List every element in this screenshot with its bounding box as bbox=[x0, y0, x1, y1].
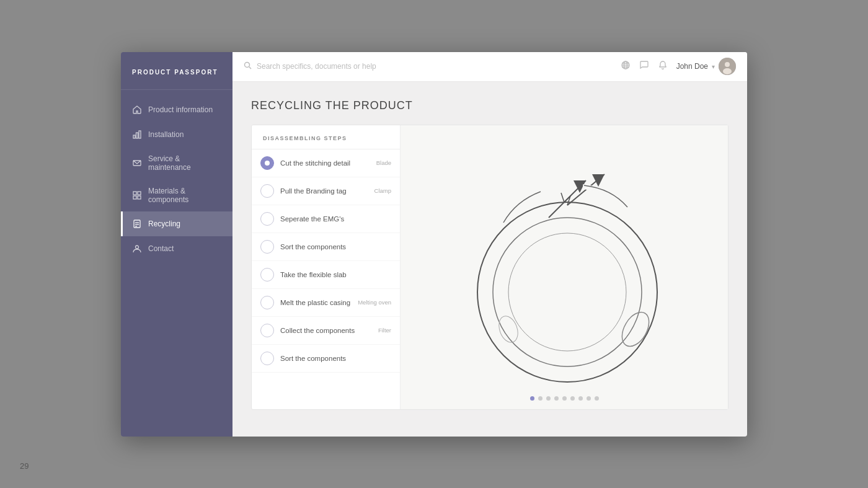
svg-rect-4 bbox=[133, 192, 136, 195]
image-panel bbox=[401, 125, 728, 409]
envelope-icon bbox=[132, 158, 142, 168]
svg-rect-7 bbox=[138, 196, 141, 199]
step-circle-6 bbox=[260, 296, 274, 309]
sidebar-item-service-maintenance[interactable]: Service & maintenance bbox=[121, 147, 232, 179]
sidebar-item-label: Service & maintenance bbox=[148, 154, 221, 172]
search-placeholder[interactable]: Search specifics, documents or help bbox=[257, 62, 376, 71]
user-menu[interactable]: John Doe ▾ bbox=[676, 58, 736, 75]
person-icon bbox=[132, 244, 142, 254]
product-illustration bbox=[453, 149, 676, 385]
step-item-2[interactable]: Pull the Branding tag Clamp bbox=[252, 177, 400, 205]
pagination-dot-4[interactable] bbox=[554, 396, 559, 401]
svg-rect-5 bbox=[138, 192, 141, 195]
svg-rect-0 bbox=[133, 135, 135, 138]
step-item-1[interactable]: Cut the stitching detail Blade bbox=[252, 149, 400, 177]
step-label-7: Collect the components bbox=[280, 327, 372, 334]
chevron-down-icon: ▾ bbox=[712, 63, 715, 70]
pagination-dot-5[interactable] bbox=[562, 396, 567, 401]
svg-point-21 bbox=[725, 62, 730, 67]
steps-heading: DISASSEMBLING STEPS bbox=[252, 125, 400, 149]
sidebar-item-label: Materials & components bbox=[148, 187, 221, 204]
step-tool-6: Melting oven bbox=[358, 299, 391, 306]
home-icon bbox=[132, 105, 142, 115]
search-icon bbox=[244, 61, 252, 71]
svg-point-25 bbox=[508, 233, 626, 351]
svg-point-22 bbox=[723, 68, 732, 74]
step-tool-7: Filter bbox=[378, 327, 391, 334]
search-bar: Search specifics, documents or help bbox=[244, 61, 621, 71]
step-label-3: Seperate the EMG's bbox=[280, 215, 385, 223]
doc-icon bbox=[132, 219, 142, 229]
svg-rect-2 bbox=[139, 131, 141, 138]
step-label-2: Pull the Branding tag bbox=[280, 187, 368, 195]
step-circle-1 bbox=[260, 156, 274, 170]
svg-point-13 bbox=[245, 63, 250, 68]
step-circle-8 bbox=[260, 352, 274, 365]
sidebar-item-label: Contact bbox=[148, 244, 174, 253]
page-number: 29 bbox=[20, 461, 29, 471]
step-circle-3 bbox=[260, 212, 274, 226]
chat-icon[interactable] bbox=[639, 60, 649, 73]
svg-point-23 bbox=[477, 202, 657, 382]
step-circle-4 bbox=[260, 240, 274, 254]
step-item-8[interactable]: Sort the components bbox=[252, 345, 400, 373]
pagination-dot-7[interactable] bbox=[578, 396, 583, 401]
step-circle-2 bbox=[260, 184, 274, 198]
svg-rect-1 bbox=[136, 133, 138, 138]
globe-icon[interactable] bbox=[621, 60, 631, 73]
sidebar-item-label: Recycling bbox=[148, 220, 180, 228]
sidebar-item-label: Installation bbox=[148, 130, 184, 139]
sidebar-item-materials-components[interactable]: Materials & components bbox=[121, 179, 232, 211]
pagination-dot-2[interactable] bbox=[538, 396, 542, 401]
svg-point-12 bbox=[136, 246, 139, 249]
step-tool-1: Blade bbox=[376, 159, 391, 166]
pagination-dot-8[interactable] bbox=[587, 396, 591, 401]
step-tool-2: Clamp bbox=[374, 187, 391, 194]
sidebar-item-label: Product information bbox=[148, 105, 213, 114]
user-name: John Doe bbox=[676, 62, 708, 71]
main-content: Search specifics, documents or help bbox=[232, 52, 747, 437]
sidebar-item-installation[interactable]: Installation bbox=[121, 122, 232, 147]
sidebar-item-product-information[interactable]: Product information bbox=[121, 97, 232, 122]
sidebar-item-recycling[interactable]: Recycling bbox=[121, 211, 232, 236]
svg-point-24 bbox=[493, 218, 642, 366]
header: Search specifics, documents or help bbox=[232, 52, 747, 82]
svg-rect-6 bbox=[133, 196, 136, 199]
sidebar-item-contact[interactable]: Contact bbox=[121, 236, 232, 261]
pagination-dot-3[interactable] bbox=[546, 396, 551, 401]
step-item-7[interactable]: Collect the components Filter bbox=[252, 317, 400, 345]
pagination-dot-9[interactable] bbox=[595, 396, 599, 401]
avatar bbox=[719, 58, 736, 75]
pagination-dot-1[interactable] bbox=[530, 396, 534, 401]
step-item-6[interactable]: Melt the plastic casing Melting oven bbox=[252, 289, 400, 317]
step-circle-7 bbox=[260, 324, 274, 337]
header-actions: John Doe ▾ bbox=[621, 58, 736, 75]
svg-line-14 bbox=[249, 67, 251, 69]
app-window: PRODUCT PASSPORT Product information bbox=[121, 52, 747, 437]
sidebar-nav: Product information Installation bbox=[121, 90, 232, 437]
sidebar: PRODUCT PASSPORT Product information bbox=[121, 52, 232, 437]
bell-icon[interactable] bbox=[658, 60, 668, 73]
step-label-4: Sort the components bbox=[280, 243, 385, 251]
step-label-5: Take the flexible slab bbox=[280, 271, 385, 278]
content-area: RECYCLING THE PRODUCT DISASSEMBLING STEP… bbox=[232, 82, 747, 437]
step-label-1: Cut the stitching detail bbox=[280, 159, 370, 167]
steps-panel: DISASSEMBLING STEPS Cut the stitching de… bbox=[252, 125, 401, 409]
step-item-5[interactable]: Take the flexible slab bbox=[252, 261, 400, 289]
step-label-8: Sort the components bbox=[280, 355, 385, 362]
svg-point-27 bbox=[495, 313, 521, 345]
pagination-dots bbox=[530, 396, 599, 401]
step-item-4[interactable]: Sort the components bbox=[252, 233, 400, 261]
logo-text: PRODUCT PASSPORT bbox=[132, 69, 218, 76]
content-panel: DISASSEMBLING STEPS Cut the stitching de… bbox=[251, 125, 728, 410]
step-item-3[interactable]: Seperate the EMG's bbox=[252, 205, 400, 233]
bar-chart-icon bbox=[132, 130, 142, 140]
step-circle-5 bbox=[260, 268, 274, 282]
grid-icon bbox=[132, 190, 142, 200]
step-label-6: Melt the plastic casing bbox=[280, 299, 352, 306]
sidebar-logo: PRODUCT PASSPORT bbox=[121, 52, 232, 90]
page-title: RECYCLING THE PRODUCT bbox=[251, 99, 728, 112]
pagination-dot-6[interactable] bbox=[570, 396, 575, 401]
